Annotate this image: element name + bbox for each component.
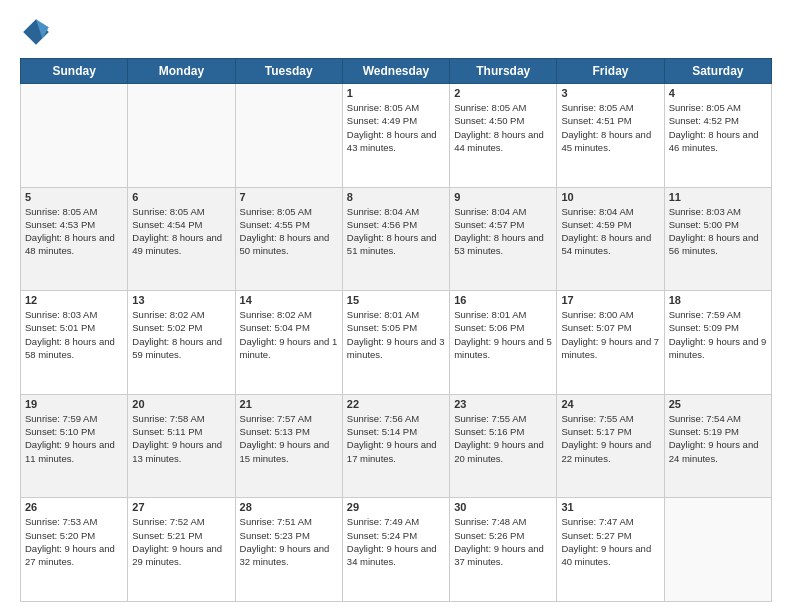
calendar-cell: 11Sunrise: 8:03 AMSunset: 5:00 PMDayligh… [664, 187, 771, 291]
day-number: 16 [454, 294, 552, 306]
day-info: Sunrise: 8:05 AMSunset: 4:54 PMDaylight:… [132, 205, 230, 258]
day-info: Sunrise: 7:53 AMSunset: 5:20 PMDaylight:… [25, 515, 123, 568]
day-number: 19 [25, 398, 123, 410]
day-number: 25 [669, 398, 767, 410]
calendar-cell [235, 84, 342, 188]
calendar-week-3: 12Sunrise: 8:03 AMSunset: 5:01 PMDayligh… [21, 291, 772, 395]
calendar-cell [128, 84, 235, 188]
calendar-cell: 26Sunrise: 7:53 AMSunset: 5:20 PMDayligh… [21, 498, 128, 602]
weekday-header-wednesday: Wednesday [342, 59, 449, 84]
logo-icon [20, 16, 52, 48]
calendar-cell: 31Sunrise: 7:47 AMSunset: 5:27 PMDayligh… [557, 498, 664, 602]
logo [20, 16, 56, 48]
calendar-cell: 21Sunrise: 7:57 AMSunset: 5:13 PMDayligh… [235, 394, 342, 498]
calendar-cell: 27Sunrise: 7:52 AMSunset: 5:21 PMDayligh… [128, 498, 235, 602]
day-number: 18 [669, 294, 767, 306]
weekday-header-thursday: Thursday [450, 59, 557, 84]
weekday-header-friday: Friday [557, 59, 664, 84]
calendar-cell: 14Sunrise: 8:02 AMSunset: 5:04 PMDayligh… [235, 291, 342, 395]
calendar-week-1: 1Sunrise: 8:05 AMSunset: 4:49 PMDaylight… [21, 84, 772, 188]
calendar-cell [21, 84, 128, 188]
calendar-cell: 20Sunrise: 7:58 AMSunset: 5:11 PMDayligh… [128, 394, 235, 498]
day-number: 17 [561, 294, 659, 306]
day-info: Sunrise: 7:51 AMSunset: 5:23 PMDaylight:… [240, 515, 338, 568]
day-info: Sunrise: 8:05 AMSunset: 4:50 PMDaylight:… [454, 101, 552, 154]
day-number: 2 [454, 87, 552, 99]
calendar-table: SundayMondayTuesdayWednesdayThursdayFrid… [20, 58, 772, 602]
calendar-cell: 3Sunrise: 8:05 AMSunset: 4:51 PMDaylight… [557, 84, 664, 188]
day-info: Sunrise: 7:55 AMSunset: 5:16 PMDaylight:… [454, 412, 552, 465]
calendar-cell: 19Sunrise: 7:59 AMSunset: 5:10 PMDayligh… [21, 394, 128, 498]
day-info: Sunrise: 7:58 AMSunset: 5:11 PMDaylight:… [132, 412, 230, 465]
day-number: 22 [347, 398, 445, 410]
calendar-cell: 5Sunrise: 8:05 AMSunset: 4:53 PMDaylight… [21, 187, 128, 291]
day-number: 11 [669, 191, 767, 203]
day-number: 12 [25, 294, 123, 306]
calendar-cell: 16Sunrise: 8:01 AMSunset: 5:06 PMDayligh… [450, 291, 557, 395]
weekday-header-tuesday: Tuesday [235, 59, 342, 84]
day-info: Sunrise: 7:56 AMSunset: 5:14 PMDaylight:… [347, 412, 445, 465]
day-info: Sunrise: 7:57 AMSunset: 5:13 PMDaylight:… [240, 412, 338, 465]
day-info: Sunrise: 7:48 AMSunset: 5:26 PMDaylight:… [454, 515, 552, 568]
calendar-cell: 18Sunrise: 7:59 AMSunset: 5:09 PMDayligh… [664, 291, 771, 395]
header [20, 16, 772, 48]
calendar-cell: 15Sunrise: 8:01 AMSunset: 5:05 PMDayligh… [342, 291, 449, 395]
calendar-body: 1Sunrise: 8:05 AMSunset: 4:49 PMDaylight… [21, 84, 772, 602]
day-number: 3 [561, 87, 659, 99]
day-info: Sunrise: 8:04 AMSunset: 4:59 PMDaylight:… [561, 205, 659, 258]
calendar-cell: 23Sunrise: 7:55 AMSunset: 5:16 PMDayligh… [450, 394, 557, 498]
calendar-cell: 1Sunrise: 8:05 AMSunset: 4:49 PMDaylight… [342, 84, 449, 188]
day-number: 21 [240, 398, 338, 410]
day-number: 1 [347, 87, 445, 99]
day-info: Sunrise: 7:52 AMSunset: 5:21 PMDaylight:… [132, 515, 230, 568]
day-number: 9 [454, 191, 552, 203]
weekday-header-saturday: Saturday [664, 59, 771, 84]
day-number: 5 [25, 191, 123, 203]
calendar-cell: 7Sunrise: 8:05 AMSunset: 4:55 PMDaylight… [235, 187, 342, 291]
calendar-cell: 29Sunrise: 7:49 AMSunset: 5:24 PMDayligh… [342, 498, 449, 602]
calendar-cell: 12Sunrise: 8:03 AMSunset: 5:01 PMDayligh… [21, 291, 128, 395]
day-info: Sunrise: 8:01 AMSunset: 5:05 PMDaylight:… [347, 308, 445, 361]
calendar-cell: 9Sunrise: 8:04 AMSunset: 4:57 PMDaylight… [450, 187, 557, 291]
day-number: 7 [240, 191, 338, 203]
day-info: Sunrise: 8:00 AMSunset: 5:07 PMDaylight:… [561, 308, 659, 361]
page: SundayMondayTuesdayWednesdayThursdayFrid… [0, 0, 792, 612]
day-info: Sunrise: 8:01 AMSunset: 5:06 PMDaylight:… [454, 308, 552, 361]
day-number: 27 [132, 501, 230, 513]
calendar-cell: 17Sunrise: 8:00 AMSunset: 5:07 PMDayligh… [557, 291, 664, 395]
day-info: Sunrise: 8:03 AMSunset: 5:00 PMDaylight:… [669, 205, 767, 258]
calendar-week-2: 5Sunrise: 8:05 AMSunset: 4:53 PMDaylight… [21, 187, 772, 291]
day-info: Sunrise: 8:05 AMSunset: 4:52 PMDaylight:… [669, 101, 767, 154]
day-info: Sunrise: 7:49 AMSunset: 5:24 PMDaylight:… [347, 515, 445, 568]
calendar-cell: 2Sunrise: 8:05 AMSunset: 4:50 PMDaylight… [450, 84, 557, 188]
calendar-week-4: 19Sunrise: 7:59 AMSunset: 5:10 PMDayligh… [21, 394, 772, 498]
day-number: 29 [347, 501, 445, 513]
calendar-cell: 4Sunrise: 8:05 AMSunset: 4:52 PMDaylight… [664, 84, 771, 188]
day-info: Sunrise: 7:54 AMSunset: 5:19 PMDaylight:… [669, 412, 767, 465]
day-info: Sunrise: 7:59 AMSunset: 5:10 PMDaylight:… [25, 412, 123, 465]
day-info: Sunrise: 7:59 AMSunset: 5:09 PMDaylight:… [669, 308, 767, 361]
calendar-cell: 8Sunrise: 8:04 AMSunset: 4:56 PMDaylight… [342, 187, 449, 291]
calendar-cell: 28Sunrise: 7:51 AMSunset: 5:23 PMDayligh… [235, 498, 342, 602]
weekday-header-sunday: Sunday [21, 59, 128, 84]
day-number: 30 [454, 501, 552, 513]
day-info: Sunrise: 8:04 AMSunset: 4:57 PMDaylight:… [454, 205, 552, 258]
day-info: Sunrise: 8:05 AMSunset: 4:51 PMDaylight:… [561, 101, 659, 154]
calendar-cell: 22Sunrise: 7:56 AMSunset: 5:14 PMDayligh… [342, 394, 449, 498]
day-number: 10 [561, 191, 659, 203]
day-number: 4 [669, 87, 767, 99]
day-number: 13 [132, 294, 230, 306]
day-info: Sunrise: 7:55 AMSunset: 5:17 PMDaylight:… [561, 412, 659, 465]
day-number: 26 [25, 501, 123, 513]
calendar-cell: 30Sunrise: 7:48 AMSunset: 5:26 PMDayligh… [450, 498, 557, 602]
calendar-cell: 6Sunrise: 8:05 AMSunset: 4:54 PMDaylight… [128, 187, 235, 291]
day-number: 28 [240, 501, 338, 513]
calendar-cell: 24Sunrise: 7:55 AMSunset: 5:17 PMDayligh… [557, 394, 664, 498]
day-number: 15 [347, 294, 445, 306]
day-info: Sunrise: 8:05 AMSunset: 4:55 PMDaylight:… [240, 205, 338, 258]
day-number: 14 [240, 294, 338, 306]
day-number: 6 [132, 191, 230, 203]
day-info: Sunrise: 8:03 AMSunset: 5:01 PMDaylight:… [25, 308, 123, 361]
weekday-header-row: SundayMondayTuesdayWednesdayThursdayFrid… [21, 59, 772, 84]
day-number: 20 [132, 398, 230, 410]
